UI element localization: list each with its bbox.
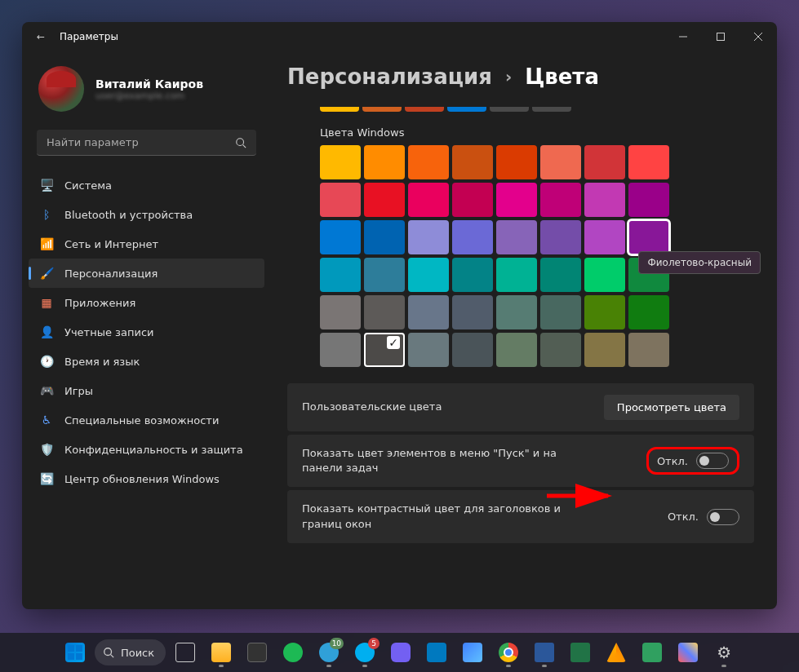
start-button[interactable] bbox=[59, 636, 91, 669]
breadcrumb-parent[interactable]: Персонализация bbox=[287, 64, 492, 89]
recent-color-swatch[interactable] bbox=[320, 107, 359, 112]
color-swatch[interactable] bbox=[452, 258, 493, 292]
photos-icon[interactable] bbox=[456, 636, 489, 669]
color-swatch[interactable] bbox=[496, 145, 537, 179]
color-swatch[interactable] bbox=[452, 295, 493, 329]
color-swatch[interactable] bbox=[496, 258, 537, 292]
color-swatch[interactable] bbox=[628, 333, 669, 367]
color-swatch[interactable] bbox=[496, 183, 537, 217]
color-swatch[interactable] bbox=[628, 145, 669, 179]
accent-start-toggle[interactable] bbox=[696, 453, 729, 469]
color-swatch[interactable] bbox=[540, 295, 581, 329]
maximize-button[interactable] bbox=[702, 22, 739, 51]
color-swatch[interactable] bbox=[408, 145, 449, 179]
color-swatch[interactable] bbox=[452, 183, 493, 217]
color-swatch[interactable] bbox=[496, 295, 537, 329]
close-button[interactable] bbox=[739, 22, 777, 51]
task-view-button[interactable] bbox=[169, 636, 202, 669]
sidebar-item-3[interactable]: 🖌️Персонализация bbox=[29, 259, 264, 288]
color-swatch[interactable] bbox=[408, 220, 449, 254]
color-swatch[interactable] bbox=[540, 183, 581, 217]
color-swatch[interactable] bbox=[320, 258, 361, 292]
color-swatch[interactable] bbox=[540, 145, 581, 179]
sidebar-item-4[interactable]: ▦Приложения bbox=[29, 288, 264, 317]
accent-title-toggle[interactable] bbox=[707, 509, 739, 525]
color-swatch[interactable] bbox=[320, 145, 361, 179]
color-swatch[interactable] bbox=[408, 295, 449, 329]
color-swatch[interactable] bbox=[364, 333, 405, 367]
color-swatch[interactable] bbox=[364, 295, 405, 329]
color-swatch[interactable] bbox=[364, 258, 405, 292]
color-swatch[interactable] bbox=[452, 333, 493, 367]
color-swatch[interactable] bbox=[628, 183, 669, 217]
taskbar: Поиск 10 5 ⚙ bbox=[0, 633, 799, 672]
color-swatch[interactable] bbox=[540, 220, 581, 254]
trello-icon[interactable] bbox=[420, 636, 453, 669]
color-swatch[interactable] bbox=[364, 145, 405, 179]
color-swatch[interactable] bbox=[408, 183, 449, 217]
spotify-icon[interactable] bbox=[277, 636, 309, 669]
color-swatch[interactable] bbox=[584, 220, 625, 254]
chrome-icon[interactable] bbox=[492, 636, 525, 669]
skype-icon[interactable]: 5 bbox=[348, 636, 381, 669]
settings-icon[interactable]: ⚙ bbox=[708, 636, 740, 669]
svg-point-7 bbox=[104, 648, 112, 656]
color-swatch[interactable] bbox=[496, 333, 537, 367]
recent-color-swatch[interactable] bbox=[490, 107, 529, 112]
telegram-icon[interactable]: 10 bbox=[313, 636, 345, 669]
color-swatch[interactable] bbox=[364, 220, 405, 254]
sidebar-item-1[interactable]: ᛒBluetooth и устройства bbox=[29, 200, 264, 229]
nav-icon: 🖌️ bbox=[40, 267, 53, 280]
settings-list: Пользовательские цвета Просмотреть цвета… bbox=[287, 383, 754, 543]
color-swatch[interactable] bbox=[540, 258, 581, 292]
color-swatch[interactable] bbox=[320, 183, 361, 217]
color-swatch[interactable] bbox=[584, 258, 625, 292]
accent-start-label: Показать цвет элементов в меню "Пуск" и … bbox=[302, 446, 579, 475]
minimize-button[interactable] bbox=[664, 22, 702, 51]
sidebar-item-8[interactable]: ♿Специальные возможности bbox=[29, 405, 264, 435]
recent-color-swatch[interactable] bbox=[532, 107, 571, 112]
search-input[interactable] bbox=[37, 130, 256, 156]
recent-color-swatch[interactable] bbox=[447, 107, 486, 112]
color-swatch[interactable] bbox=[628, 220, 669, 254]
sidebar-item-2[interactable]: 📶Сеть и Интернет bbox=[29, 229, 264, 259]
sidebar-item-0[interactable]: 🖥️Система bbox=[29, 170, 264, 200]
viber-icon[interactable] bbox=[384, 636, 417, 669]
word-icon[interactable] bbox=[528, 636, 561, 669]
content-area: Персонализация › Цвета Цвета Windows Фио… bbox=[271, 51, 777, 609]
profile-section[interactable]: Виталий Каиров user@example.com bbox=[22, 58, 271, 126]
color-swatch[interactable] bbox=[584, 145, 625, 179]
explorer-icon[interactable] bbox=[205, 636, 237, 669]
sidebar-item-9[interactable]: 🛡️Конфиденциальность и защита bbox=[29, 435, 264, 464]
color-swatch[interactable] bbox=[540, 333, 581, 367]
color-swatch[interactable] bbox=[320, 220, 361, 254]
color-swatch[interactable] bbox=[320, 295, 361, 329]
taskbar-search[interactable]: Поиск bbox=[95, 639, 166, 665]
recent-color-swatch[interactable] bbox=[362, 107, 402, 112]
excel-icon[interactable] bbox=[564, 636, 597, 669]
color-swatch[interactable] bbox=[584, 183, 625, 217]
color-swatch[interactable] bbox=[452, 220, 493, 254]
color-swatch[interactable] bbox=[628, 295, 669, 329]
color-swatch[interactable] bbox=[584, 333, 625, 367]
color-swatch[interactable] bbox=[452, 145, 493, 179]
custom-colors-row: Пользовательские цвета Просмотреть цвета bbox=[287, 383, 754, 431]
sidebar-item-5[interactable]: 👤Учетные записи bbox=[29, 317, 264, 347]
app-icon[interactable] bbox=[636, 636, 668, 669]
color-swatch[interactable] bbox=[408, 333, 449, 367]
paint-icon[interactable] bbox=[672, 636, 704, 669]
vlc-icon[interactable] bbox=[600, 636, 633, 669]
sidebar-item-10[interactable]: 🔄Центр обновления Windows bbox=[29, 464, 264, 493]
sidebar-item-6[interactable]: 🕐Время и язык bbox=[29, 347, 264, 376]
color-swatch[interactable] bbox=[584, 295, 625, 329]
recent-color-swatch[interactable] bbox=[405, 107, 444, 112]
color-swatch[interactable] bbox=[320, 333, 361, 367]
color-swatch[interactable] bbox=[408, 258, 449, 292]
back-button[interactable]: ← bbox=[37, 31, 45, 42]
view-colors-button[interactable]: Просмотреть цвета bbox=[604, 395, 739, 420]
taskbar-search-label: Поиск bbox=[121, 647, 154, 659]
calculator-icon[interactable] bbox=[241, 636, 273, 669]
color-swatch[interactable] bbox=[364, 183, 405, 217]
sidebar-item-7[interactable]: 🎮Игры bbox=[29, 376, 264, 405]
color-swatch[interactable] bbox=[496, 220, 537, 254]
